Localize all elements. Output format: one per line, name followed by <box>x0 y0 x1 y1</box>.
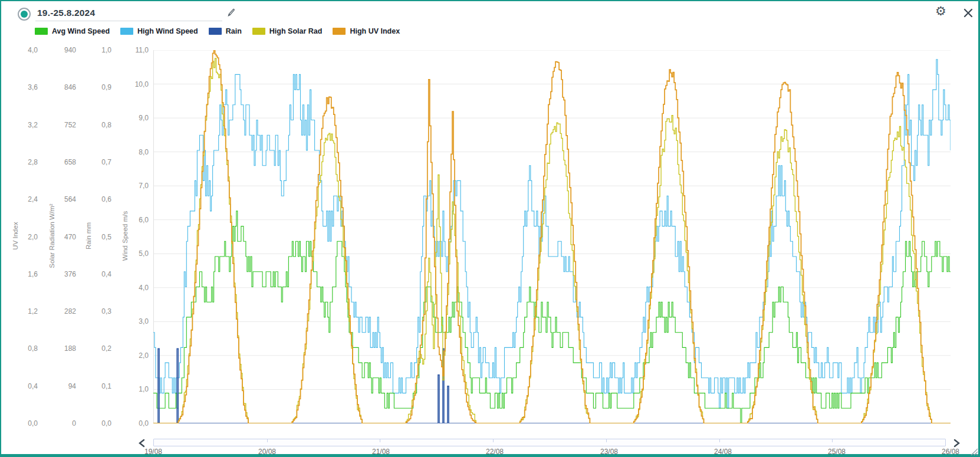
x-axis-label: 20/08 <box>246 448 288 456</box>
scrollbar-day-tick <box>719 439 720 442</box>
tick-label: 0,8 <box>101 121 111 129</box>
series-high-uv-index <box>153 50 951 423</box>
tick-label: 6,0 <box>139 216 149 224</box>
tick-column-solar: 940846752658564470376282188940 <box>49 1 76 457</box>
time-scrollbar[interactable] <box>153 439 946 446</box>
tick-label: 0,4 <box>28 382 38 390</box>
legend-swatch-icon <box>209 28 222 35</box>
tick-label: 2,0 <box>139 351 149 360</box>
scrollbar-day-tick <box>380 439 380 442</box>
tick-label: 4,0 <box>139 284 149 292</box>
legend-swatch-icon <box>333 28 346 35</box>
tick-label: 0,4 <box>101 270 111 278</box>
chart-plot-area <box>153 50 951 423</box>
tick-label: 0 <box>72 419 76 428</box>
legend-label: High Solar Rad <box>269 27 323 35</box>
legend-item-high-solar-rad[interactable]: High Solar Rad <box>252 27 323 35</box>
edit-pencil-icon[interactable] <box>226 8 236 18</box>
legend-item-high-uv-index[interactable]: High UV Index <box>333 27 400 35</box>
tick-label: 376 <box>64 270 76 278</box>
tick-label: 8,0 <box>139 148 149 156</box>
tick-label: 0,5 <box>101 233 111 241</box>
x-axis-label: 23/08 <box>588 448 630 456</box>
tick-column-wind: 11,010,09,08,07,06,05,04,03,02,01,00,0 <box>121 1 149 457</box>
tick-label: 2,8 <box>28 158 38 166</box>
tick-label: 282 <box>64 307 76 315</box>
tick-label: 0,0 <box>139 419 149 428</box>
settings-gear-button[interactable]: ⚙ <box>935 5 946 18</box>
tick-label: 1,2 <box>28 307 38 315</box>
x-axis-label: 24/08 <box>702 448 744 456</box>
legend-label: High UV Index <box>350 27 400 35</box>
tick-label: 7,0 <box>139 182 149 190</box>
tick-label: 752 <box>64 121 76 129</box>
tick-label: 0,7 <box>101 158 111 166</box>
tick-label: 0,6 <box>101 195 111 203</box>
scrollbar-day-tick <box>606 439 607 442</box>
tick-label: 2,0 <box>28 233 38 241</box>
tick-label: 3,2 <box>28 121 38 129</box>
tick-label: 0,3 <box>101 307 111 315</box>
legend-swatch-icon <box>252 28 265 35</box>
tick-label: 0,2 <box>101 344 111 353</box>
scrollbar-day-tick <box>832 439 833 442</box>
series-high-solar-rad <box>153 58 951 423</box>
x-axis-label: 26/08 <box>930 448 971 456</box>
tick-label: 3,6 <box>28 83 38 91</box>
tick-label: 4,0 <box>28 46 38 54</box>
series-avg-wind-speed <box>153 211 951 423</box>
legend-label: Rain <box>226 27 242 35</box>
resize-handle-icon[interactable] <box>969 447 979 456</box>
tick-label: 9,0 <box>139 114 149 122</box>
tick-label: 1,6 <box>28 270 38 278</box>
x-axis-label: 21/08 <box>360 448 402 456</box>
tick-label: 188 <box>64 344 76 353</box>
tick-label: 846 <box>64 83 76 91</box>
series-high-wind-speed <box>153 60 951 409</box>
tick-label: 0,8 <box>28 344 38 353</box>
x-axis-label: 25/08 <box>816 448 857 456</box>
tick-label: 3,0 <box>139 317 149 326</box>
app-window: 19.-25.8.2024 ⚙ Avg Wind SpeedHigh Wind … <box>0 0 980 457</box>
x-axis-label: 22/08 <box>474 448 515 456</box>
tick-label: 0,9 <box>101 83 111 91</box>
tick-label: 1,0 <box>101 46 111 54</box>
tick-label: 94 <box>68 382 76 390</box>
scroll-left-chevron-icon[interactable] <box>138 439 146 448</box>
scroll-right-chevron-icon[interactable] <box>953 439 961 448</box>
tick-label: 0,0 <box>101 419 111 428</box>
tick-label: 1,0 <box>139 385 149 393</box>
x-axis-label: 19/08 <box>133 448 174 456</box>
tick-label: 11,0 <box>136 46 149 54</box>
close-icon[interactable] <box>963 8 973 18</box>
scrollbar-day-tick <box>493 439 494 442</box>
series-rain <box>153 348 951 423</box>
tick-label: 658 <box>64 158 76 166</box>
scrollbar-day-tick <box>267 439 268 442</box>
tick-column-uv: 4,03,63,22,82,42,01,61,20,80,40,0 <box>11 1 38 457</box>
tick-column-rain: 1,00,90,80,70,60,50,40,30,20,10,0 <box>84 1 111 457</box>
tick-label: 10,0 <box>135 80 149 88</box>
tick-label: 940 <box>64 46 76 54</box>
legend-item-rain[interactable]: Rain <box>209 27 242 35</box>
tick-label: 0,0 <box>28 419 38 428</box>
tick-label: 470 <box>64 233 76 241</box>
tick-label: 0,1 <box>101 382 111 390</box>
tick-label: 5,0 <box>139 249 149 258</box>
tick-label: 564 <box>64 195 76 203</box>
tick-label: 2,4 <box>28 195 38 203</box>
